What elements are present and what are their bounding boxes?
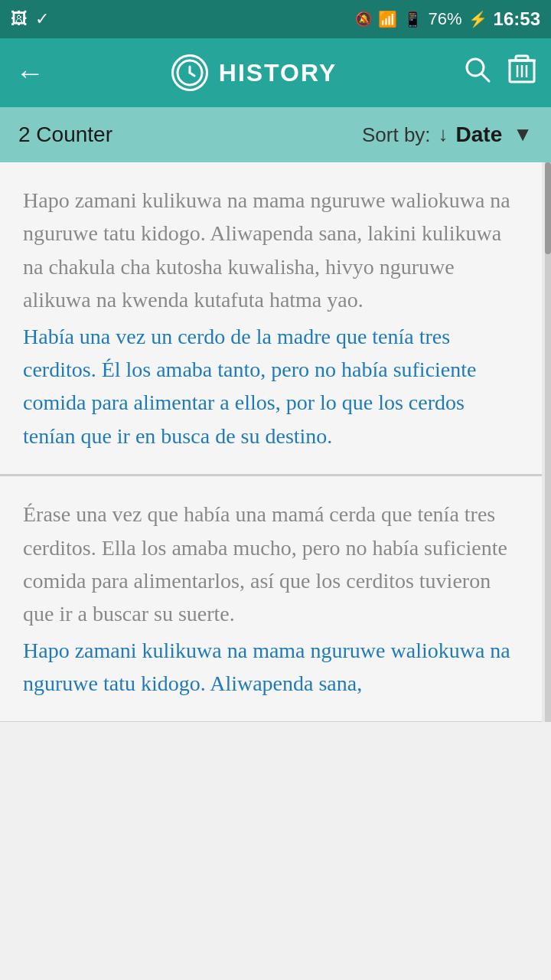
- sort-by-label: Sort by:: [362, 123, 431, 147]
- image-icon: 🖼: [11, 9, 28, 29]
- delete-button[interactable]: [508, 54, 536, 91]
- status-bar: 🖼 ✓ 🔕 📶 📱 76% ⚡ 16:53: [0, 0, 551, 38]
- scrollbar-thumb[interactable]: [545, 162, 551, 254]
- sort-section[interactable]: Sort by: ↓ Date ▼: [362, 122, 533, 147]
- card-2-blue-text: Hapo zamani kulikuwa na mama nguruwe wal…: [23, 634, 519, 701]
- svg-line-4: [481, 74, 489, 81]
- scrollbar[interactable]: [545, 162, 551, 722]
- search-button[interactable]: [464, 56, 491, 90]
- signal-bars-icon: 📱: [403, 10, 422, 28]
- counter-label: 2 Counter: [18, 122, 112, 147]
- bluetooth-mute-icon: 🔕: [355, 11, 372, 28]
- sort-direction-icon: ↓: [439, 123, 448, 146]
- app-bar-title: HISTORY: [60, 54, 448, 91]
- battery-text: 76%: [429, 9, 462, 29]
- wifi-icon: 📶: [378, 10, 397, 28]
- app-bar-title-text: HISTORY: [219, 59, 337, 87]
- dropdown-arrow-icon[interactable]: ▼: [513, 123, 533, 146]
- card-2-gray-text: Érase una vez que había una mamá cerda q…: [23, 498, 519, 631]
- back-arrow-icon: ←: [15, 56, 44, 90]
- check-icon: ✓: [35, 9, 49, 29]
- back-button[interactable]: ←: [15, 56, 44, 90]
- svg-rect-7: [516, 56, 528, 60]
- battery-icon: ⚡: [468, 10, 487, 28]
- card-1-blue-text: Había una vez un cerdo de la madre que t…: [23, 320, 519, 453]
- status-time: 16:53: [494, 8, 540, 30]
- sort-value: Date: [456, 122, 503, 147]
- counter-bar: 2 Counter Sort by: ↓ Date ▼: [0, 107, 551, 162]
- card-1-gray-text: Hapo zamani kulikuwa na mama nguruwe wal…: [23, 184, 519, 317]
- app-bar-actions: [464, 54, 536, 91]
- list-item: Hapo zamani kulikuwa na mama nguruwe wal…: [0, 162, 542, 475]
- history-clock-icon: [171, 54, 208, 91]
- list-item: Érase una vez que había una mamá cerda q…: [0, 476, 542, 722]
- status-right-icons: 🔕 📶 📱 76% ⚡ 16:53: [355, 8, 540, 30]
- app-bar: ← HISTORY: [0, 38, 551, 107]
- status-left-icons: 🖼 ✓: [11, 9, 49, 29]
- svg-line-2: [190, 73, 194, 76]
- content-area: Hapo zamani kulikuwa na mama nguruwe wal…: [0, 162, 551, 722]
